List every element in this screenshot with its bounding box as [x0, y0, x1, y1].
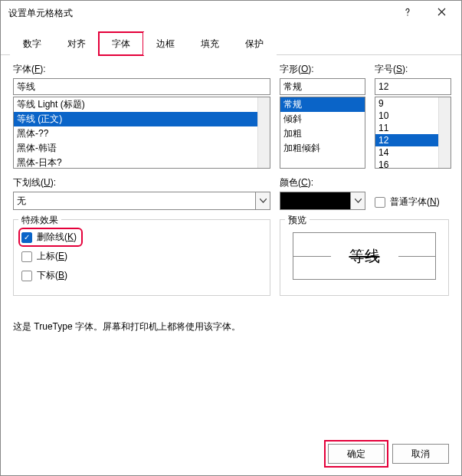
font-option[interactable]: 等线 Light (标题) [14, 97, 270, 112]
ok-button[interactable]: 确定 [328, 444, 385, 464]
font-option[interactable]: 黑体-日本? [14, 156, 270, 169]
font-list-scrollbar[interactable] [257, 97, 270, 168]
underline-value[interactable] [13, 192, 255, 210]
font-input[interactable] [13, 78, 270, 95]
checkbox-icon [21, 251, 32, 262]
format-cells-dialog: 设置单元格格式 数字 对齐 字体 边框 填充 保护 字体(F): 等线 [0, 0, 462, 476]
checkbox-icon [375, 197, 385, 208]
style-option[interactable]: 常规 [280, 97, 365, 112]
font-label: 字体(F): [13, 63, 270, 76]
tab-border[interactable]: 边框 [143, 32, 188, 55]
tab-font[interactable]: 字体 [99, 32, 143, 55]
style-option[interactable]: 加粗 [280, 126, 365, 141]
size-input[interactable] [375, 78, 451, 95]
checkbox-icon: ✓ [21, 232, 32, 243]
font-option[interactable]: 黑体-?? [14, 126, 270, 141]
superscript-label: 上标(E) [37, 250, 67, 263]
dialog-title: 设置单元格格式 [8, 7, 391, 20]
preview-group: 预览 等线 [280, 219, 449, 296]
underline-combo[interactable] [13, 192, 270, 210]
effects-group: 特殊效果 ✓ 删除线(K) 上标(E) 下标(B) [13, 219, 270, 296]
help-icon [403, 8, 412, 19]
style-listbox[interactable]: 常规 倾斜 加粗 加粗倾斜 [280, 97, 365, 169]
color-swatch [280, 192, 350, 210]
dialog-footer: 确定 取消 [1, 432, 461, 475]
tab-fill[interactable]: 填充 [188, 32, 232, 55]
subscript-checkbox[interactable]: 下标(B) [21, 269, 262, 282]
checkbox-icon [21, 271, 32, 281]
color-combo[interactable] [280, 192, 365, 210]
cancel-button[interactable]: 取消 [392, 444, 449, 464]
tab-bar: 数字 对齐 字体 边框 填充 保护 [1, 25, 461, 55]
normal-font-label: 普通字体(N) [390, 195, 440, 208]
tab-alignment[interactable]: 对齐 [54, 32, 99, 55]
superscript-checkbox[interactable]: 上标(E) [21, 250, 262, 263]
style-option[interactable]: 倾斜 [280, 112, 365, 126]
preview-legend: 预览 [285, 214, 310, 227]
color-label: 颜色(C): [280, 176, 365, 189]
close-icon [437, 8, 446, 18]
close-button[interactable] [424, 2, 458, 24]
tab-number[interactable]: 数字 [10, 32, 54, 55]
font-option[interactable]: 黑体-韩语 [14, 141, 270, 156]
size-label: 字号(S): [375, 63, 451, 76]
style-input[interactable] [280, 78, 365, 95]
tab-protect[interactable]: 保护 [232, 32, 277, 55]
font-description: 这是 TrueType 字体。屏幕和打印机上都将使用该字体。 [13, 320, 449, 333]
size-list-scrollbar[interactable] [438, 97, 451, 168]
effects-legend: 特殊效果 [18, 214, 61, 227]
titlebar: 设置单元格格式 [1, 1, 461, 25]
underline-label: 下划线(U): [13, 176, 270, 189]
preview-sample: 等线 [331, 246, 398, 267]
size-listbox[interactable]: 9 10 11 12 14 16 [375, 97, 451, 169]
help-button[interactable] [391, 2, 424, 24]
font-option[interactable]: 等线 (正文) [14, 112, 270, 126]
strikethrough-checkbox[interactable]: ✓ 删除线(K) [21, 231, 80, 244]
style-label: 字形(O): [280, 63, 365, 76]
chevron-down-icon[interactable] [350, 192, 365, 210]
tab-content: 字体(F): 等线 Light (标题) 等线 (正文) 黑体-?? 黑体-韩语… [1, 55, 461, 432]
preview-box: 等线 [293, 232, 436, 280]
chevron-down-icon[interactable] [255, 192, 270, 210]
strikethrough-label: 删除线(K) [37, 231, 77, 244]
normal-font-checkbox[interactable]: 普通字体(N) [375, 195, 440, 208]
subscript-label: 下标(B) [37, 269, 67, 282]
font-listbox[interactable]: 等线 Light (标题) 等线 (正文) 黑体-?? 黑体-韩语 黑体-日本?… [13, 97, 270, 169]
style-option[interactable]: 加粗倾斜 [280, 141, 365, 156]
